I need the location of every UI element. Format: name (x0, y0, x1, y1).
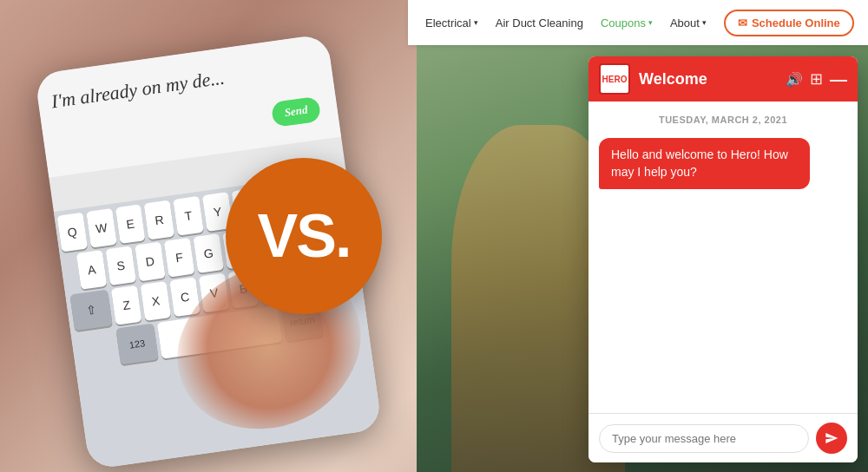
send-icon (825, 431, 838, 445)
navbar: Electrical ▾ Air Duct Cleaning Coupons ▾… (408, 0, 868, 45)
phone-screen-text: I'm already on my de... Send (35, 34, 341, 178)
chat-send-button[interactable] (816, 423, 847, 454)
vs-text: VS. (258, 201, 351, 271)
key-a[interactable]: A (76, 250, 108, 290)
chat-header: HERO Welcome 🔊 ⊞ — (589, 56, 858, 102)
nav-coupons[interactable]: Coupons ▾ (601, 16, 653, 30)
key-r[interactable]: R (144, 200, 174, 240)
key-t[interactable]: T (173, 196, 203, 236)
key-d[interactable]: D (135, 242, 166, 282)
chat-input-area (589, 413, 858, 462)
key-numbers[interactable]: 123 (115, 324, 158, 365)
key-s[interactable]: S (105, 246, 136, 285)
nav-air-duct-label: Air Duct Cleaning (496, 16, 583, 30)
nav-about-label: About (670, 16, 700, 30)
sound-icon[interactable]: 🔊 (786, 71, 803, 88)
chat-title: Welcome (639, 70, 777, 88)
nav-electrical-label: Electrical (425, 16, 471, 30)
chevron-down-icon: ▾ (474, 18, 478, 27)
key-f[interactable]: F (164, 238, 195, 278)
chat-message-bubble: Hello and welcome to Hero! How may I hel… (599, 138, 810, 189)
phone-text: I'm already on my de... (49, 67, 226, 113)
key-x[interactable]: X (141, 281, 172, 321)
schedule-online-button[interactable]: ✉ Schedule Online (724, 10, 854, 36)
coupons-chevron-icon: ▾ (648, 18, 653, 27)
minimize-icon[interactable]: — (830, 69, 847, 89)
schedule-btn-label: Schedule Online (752, 16, 840, 30)
key-e[interactable]: E (115, 204, 146, 244)
nav-coupons-label: Coupons (601, 16, 646, 30)
chat-body: TUESDAY, MARCH 2, 2021 Hello and welcome… (589, 102, 858, 413)
chat-date-divider: TUESDAY, MARCH 2, 2021 (599, 115, 847, 125)
email-icon: ✉ (738, 16, 747, 30)
expand-icon[interactable]: ⊞ (810, 69, 823, 88)
key-g[interactable]: G (194, 233, 225, 273)
key-shift[interactable]: ⇧ (69, 290, 112, 331)
about-chevron-icon: ▾ (702, 18, 707, 27)
vs-circle: VS. (226, 158, 382, 314)
key-q[interactable]: Q (57, 213, 88, 252)
send-button[interactable]: Send (271, 96, 321, 128)
chat-widget: HERO Welcome 🔊 ⊞ — TUESDAY, MARCH 2, 202… (589, 56, 858, 462)
chat-message-text: Hello and welcome to Hero! How may I hel… (611, 148, 788, 179)
nav-electrical[interactable]: Electrical ▾ (425, 16, 478, 30)
hero-logo-text: HERO (602, 75, 628, 84)
key-w[interactable]: W (86, 208, 116, 248)
nav-about[interactable]: About ▾ (670, 16, 707, 30)
hero-logo: HERO (599, 63, 630, 95)
nav-air-duct-cleaning[interactable]: Air Duct Cleaning (496, 16, 583, 30)
chat-message-input[interactable] (599, 424, 809, 453)
chat-controls: 🔊 ⊞ — (786, 69, 847, 89)
key-z[interactable]: Z (111, 285, 142, 325)
